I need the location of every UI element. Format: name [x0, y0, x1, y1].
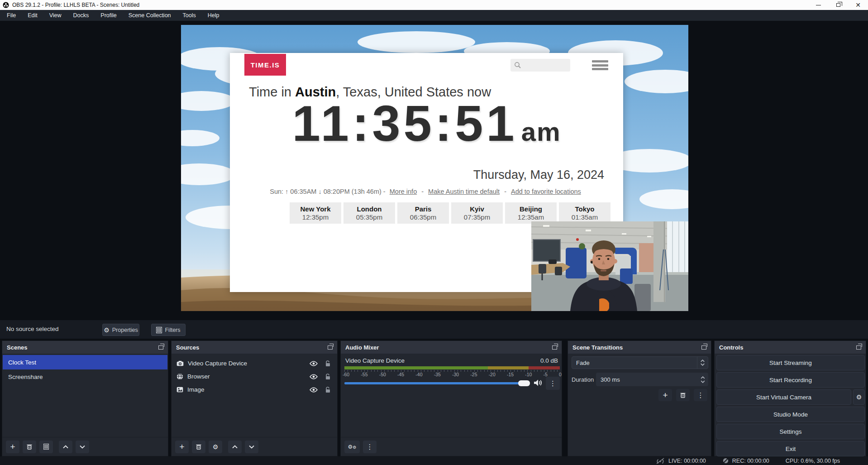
sources-panel-header[interactable]: Sources	[172, 341, 337, 354]
popout-dock-icon[interactable]	[701, 345, 706, 350]
sun-times: Sun: ↑ 06:35AM ↓ 08:20PM (13h 46m) -	[270, 188, 386, 195]
popout-dock-icon[interactable]	[552, 345, 557, 350]
visibility-eye-icon[interactable]	[310, 387, 318, 393]
menu-profile[interactable]: Profile	[95, 10, 122, 21]
remove-transition-button[interactable]	[676, 389, 690, 401]
speaker-icon[interactable]	[534, 379, 542, 387]
scene-item-clock-test[interactable]: Clock Test	[3, 355, 167, 369]
image-icon	[176, 387, 183, 393]
move-source-up-button[interactable]	[228, 441, 242, 453]
city-london[interactable]: London05:35pm	[343, 202, 395, 224]
unlock-icon[interactable]	[325, 360, 330, 367]
more-info-link[interactable]: More info	[390, 188, 417, 195]
add-transition-button[interactable]: +	[658, 389, 672, 401]
filters-icon	[156, 327, 162, 333]
scene-item-screenshare[interactable]: Screenshare	[3, 369, 167, 384]
city-kyiv[interactable]: Kyiv07:35pm	[451, 202, 503, 224]
minimize-button[interactable]	[808, 0, 828, 10]
city-newyork[interactable]: New York12:35pm	[290, 202, 341, 224]
timeis-logo[interactable]: TIME.IS	[244, 54, 286, 76]
menu-tools[interactable]: Tools	[177, 10, 202, 21]
globe-icon	[176, 373, 183, 380]
broadcast-off-icon	[655, 458, 665, 464]
make-default-link[interactable]: Make Austin time default	[428, 188, 500, 195]
popout-dock-icon[interactable]	[856, 345, 861, 350]
chevron-down-icon	[701, 363, 705, 366]
add-scene-button[interactable]: +	[6, 441, 19, 453]
unlock-icon[interactable]	[325, 387, 330, 393]
source-properties-button[interactable]: ⚙	[209, 441, 222, 453]
transition-select-arrows[interactable]	[697, 357, 708, 369]
menu-edit[interactable]: Edit	[22, 10, 43, 21]
menu-docks[interactable]: Docks	[67, 10, 95, 21]
live-status: LIVE: 00:00:00	[655, 458, 706, 464]
start-streaming-button[interactable]: Start Streaming	[716, 355, 865, 370]
transition-select[interactable]: Fade	[572, 356, 708, 369]
audio-mixer-header[interactable]: Audio Mixer	[341, 341, 562, 354]
timeis-search-input[interactable]	[510, 59, 570, 72]
kebab-icon: ⋮	[549, 379, 556, 388]
duration-spin-arrows[interactable]	[701, 376, 705, 383]
hamburger-menu-icon[interactable]	[592, 60, 608, 70]
menu-file[interactable]: File	[1, 10, 22, 21]
remove-scene-button[interactable]	[23, 441, 36, 453]
properties-button[interactable]: ⚙ Properties	[102, 324, 139, 336]
chevron-down-icon	[80, 445, 85, 449]
exit-button[interactable]: Exit	[716, 441, 865, 456]
menu-scene-collection[interactable]: Scene Collection	[123, 10, 177, 21]
mixer-channel-name: Video Capture Device	[345, 357, 405, 364]
webcam-video-source[interactable]	[531, 221, 688, 311]
scenes-panel-header[interactable]: Scenes	[2, 341, 168, 354]
city-paris[interactable]: Paris06:35pm	[397, 202, 449, 224]
minimize-icon	[816, 5, 821, 5]
menu-help[interactable]: Help	[202, 10, 225, 21]
move-scene-up-button[interactable]	[59, 441, 72, 453]
settings-button[interactable]: Settings	[716, 424, 865, 439]
start-recording-button[interactable]: Start Recording	[716, 372, 865, 388]
volume-slider-handle[interactable]	[518, 380, 530, 386]
window-title: OBS 29.1.2 - Profile: LLHLS BETA - Scene…	[12, 2, 139, 8]
city-beijing[interactable]: Beijing12:35am	[505, 202, 557, 224]
source-item-browser[interactable]: Browser	[172, 370, 337, 383]
menu-bar: File Edit View Docks Profile Scene Colle…	[0, 10, 868, 21]
visibility-eye-icon[interactable]	[310, 374, 318, 379]
close-button[interactable]: ✕	[848, 0, 868, 10]
record-off-icon	[722, 457, 729, 464]
remove-source-button[interactable]	[192, 441, 205, 453]
source-item-image[interactable]: Image	[172, 383, 337, 396]
trash-icon	[680, 392, 686, 398]
chevron-up-icon	[232, 445, 238, 449]
start-virtual-camera-button[interactable]: Start Virtual Camera	[716, 389, 851, 405]
chevron-down-icon	[249, 445, 254, 449]
mixer-menu-button[interactable]: ⋮	[363, 441, 377, 453]
studio-mode-button[interactable]: Studio Mode	[716, 407, 865, 422]
move-scene-down-button[interactable]	[76, 441, 89, 453]
mixer-options-button[interactable]: ⋮	[546, 377, 560, 390]
search-icon	[514, 62, 521, 69]
scenes-toolbar: +	[2, 437, 168, 456]
advanced-audio-button[interactable]: ⚙⚙	[344, 441, 360, 453]
popout-dock-icon[interactable]	[158, 345, 163, 350]
transitions-header[interactable]: Scene Transitions	[568, 341, 711, 354]
volume-slider[interactable]	[344, 382, 530, 384]
city-tokyo[interactable]: Tokyo01:35am	[559, 202, 610, 224]
controls-header[interactable]: Controls	[715, 341, 866, 354]
source-item-video-capture[interactable]: Video Capture Device	[172, 357, 337, 370]
move-source-down-button[interactable]	[245, 441, 258, 453]
preview-canvas[interactable]: TIME.IS Time in Austin, Texas, United St…	[181, 25, 688, 311]
unlock-icon[interactable]	[325, 374, 330, 380]
virtual-camera-settings-button[interactable]: ⚙	[853, 389, 865, 405]
menu-view[interactable]: View	[43, 10, 67, 21]
add-source-button[interactable]: +	[175, 441, 189, 453]
filters-button[interactable]: Filters	[151, 324, 186, 336]
scene-transitions-panel: Scene Transitions Fade Duration 300 ms +…	[568, 340, 711, 456]
chevron-up-icon	[701, 360, 705, 362]
popout-dock-icon[interactable]	[328, 345, 333, 350]
duration-input[interactable]: 300 ms	[596, 373, 708, 386]
mixer-channel-level: 0.0 dB	[540, 357, 558, 364]
favorite-locations-link[interactable]: Add to favorite locations	[511, 188, 581, 195]
visibility-eye-icon[interactable]	[310, 361, 318, 366]
scene-filters-button[interactable]	[39, 441, 53, 453]
transition-properties-button[interactable]: ⋮	[694, 389, 707, 401]
restore-button[interactable]	[828, 0, 848, 10]
